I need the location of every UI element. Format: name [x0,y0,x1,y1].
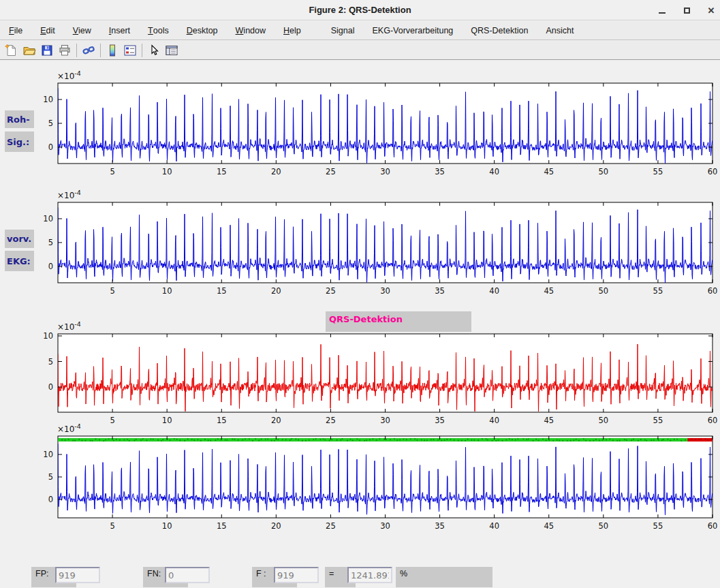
detection-mark-dot [512,439,513,440]
window-title: Figure 2: QRS-Detektion [309,5,411,15]
menu-item-qrs-detektion[interactable]: QRS-Detektion [462,21,537,40]
detection-mark-dot [390,439,391,440]
menu-item-signal[interactable]: Signal [322,21,364,40]
detection-mark-dot [522,438,524,439]
detection-mark-dot [471,439,472,441]
detection-mark-dot [349,439,351,440]
fn-value-field[interactable] [165,567,210,583]
menu-item-ekg-vorverarbeitung[interactable]: EKG-Vorverarbeitung [364,21,463,40]
detection-mark-dot [616,440,618,442]
menu-item-view[interactable]: View [64,21,100,40]
toolbar-separator [76,44,77,57]
menu-item-window[interactable]: Window [227,21,275,40]
detection-mark-dot [174,438,175,439]
detection-mark-dot [601,439,603,441]
y-tick-label: 10 [43,214,53,223]
x-tick-label: 60 [708,416,718,425]
signal-trace-preprocessed-ecg [58,208,713,283]
x-tick-label: 10 [162,167,172,176]
signal-trace-ecg-with-threshold [58,444,713,514]
detection-mark-dot [528,438,529,439]
ratio-value-field[interactable] [347,567,392,583]
link-plot-icon[interactable] [80,42,97,59]
detection-mark-dot [134,439,135,441]
new-figure-icon[interactable] [3,42,20,59]
detection-mark-dot [552,440,554,442]
menu-item-ansicht[interactable]: Ansicht [537,21,582,40]
x-tick-label: 45 [544,416,554,425]
detection-mark-dot [366,439,367,441]
detection-mark-dot [619,440,621,442]
detection-mark-dot [305,440,307,442]
x-tick-label: 50 [599,521,609,531]
plot-ecg-with-threshold: 510152025303540455055600510×10-4 [43,422,717,531]
detection-mark-dot [557,439,558,441]
detection-mark-dot [444,439,445,441]
fp-label: FP: [35,569,48,578]
detection-mark-dot [433,439,434,440]
menu-item-help[interactable]: Help [275,21,310,40]
detection-mark-dot [322,438,324,439]
detection-mark-dot [394,438,395,439]
detection-mark-dot [403,438,404,439]
detection-mark-dot [454,439,455,441]
menu-item-insert[interactable]: Insert [100,21,139,40]
menu-item-desktop[interactable]: Desktop [178,21,227,40]
plot-tools-icon[interactable] [163,42,181,59]
menu-item-edit[interactable]: Edit [31,21,64,40]
detection-mark-dot [176,439,178,440]
y-tick-label: 0 [48,382,53,392]
y-axis-exponent-label: ×10-4 [57,189,81,200]
detection-mark-dot [324,439,326,440]
print-figure-icon[interactable] [56,42,74,59]
fp-value-field[interactable] [55,567,100,583]
f-value-field[interactable] [274,567,319,583]
x-tick-label: 20 [271,416,281,425]
detection-mark-dot [197,439,198,440]
detection-mark-dot [609,438,610,439]
detection-mark-dot [570,440,572,442]
detection-mark-dot [559,440,560,442]
detection-mark-dot [108,438,110,439]
menu-item-file[interactable]: File [0,21,31,40]
maximize-button[interactable] [682,5,691,15]
detection-mark-dot [485,438,486,439]
x-tick-label: 25 [326,286,336,296]
detection-mark-dot [538,439,539,441]
menu-bar: FileEditViewInsertToolsDesktopWindowHelp… [0,21,720,40]
detection-mark-dot [487,439,488,441]
detection-mark-dot [461,440,463,442]
minimize-button[interactable] [657,5,667,15]
edit-plot-icon[interactable] [145,42,163,59]
x-tick-label: 10 [162,286,172,296]
detection-mark-dot [585,439,586,441]
detection-mark-dot [437,439,439,441]
open-file-icon[interactable] [20,42,38,59]
detection-mark-dot [691,438,692,439]
close-button[interactable]: ✕ [706,5,716,15]
detection-mark-dot [661,439,663,441]
insert-legend-icon[interactable] [121,42,139,59]
detection-mark-dot [179,439,181,441]
y-axis-exponent-label: ×10-4 [57,69,81,81]
detection-mark-dot [298,439,299,441]
detection-mark-dot [658,439,659,441]
detection-mark-dot [116,439,117,440]
detection-mark-dot [215,439,216,441]
insert-colorbar-icon[interactable] [104,42,121,59]
detection-mark-dot [67,439,69,440]
x-tick-label: 15 [217,521,227,531]
y-tick-label: 5 [48,119,53,128]
x-tick-label: 25 [326,167,336,176]
detection-mark-dot [261,439,262,440]
detection-mark-dot [376,439,377,441]
detection-mark-dot [396,439,398,441]
detection-mark-dot [81,440,82,442]
menu-item-tools[interactable]: Tools [139,21,178,40]
detection-mark-dot [593,439,594,441]
x-tick-label: 5 [110,521,114,531]
save-figure-icon[interactable] [38,42,56,59]
y-tick-label: 0 [48,142,53,152]
detection-mark-dot [295,438,296,439]
x-tick-label: 40 [489,521,499,531]
